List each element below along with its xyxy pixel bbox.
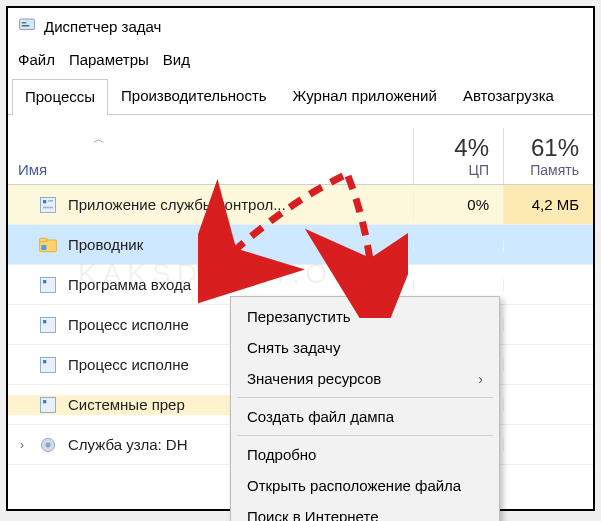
- process-name: Проводник: [68, 236, 143, 253]
- service-icon: [38, 315, 58, 335]
- service-icon: [38, 195, 58, 215]
- header-name[interactable]: ︿ Имя: [8, 155, 413, 184]
- separator: [237, 397, 493, 398]
- header-memory[interactable]: 61% Память: [503, 128, 593, 184]
- cpu-cell: 0%: [413, 190, 503, 219]
- gear-icon: [38, 435, 58, 455]
- svg-rect-0: [20, 19, 35, 30]
- svg-rect-3: [41, 197, 56, 212]
- process-name: Процесс исполне: [68, 356, 189, 373]
- menu-view[interactable]: Вид: [163, 51, 190, 68]
- ctx-resources[interactable]: Значения ресурсов ›: [231, 363, 499, 394]
- process-name: Процесс исполне: [68, 316, 189, 333]
- svg-rect-6: [43, 206, 53, 208]
- tabs: Процессы Производительность Журнал прило…: [8, 78, 593, 115]
- ctx-endtask[interactable]: Снять задачу: [231, 332, 499, 363]
- tab-performance[interactable]: Производительность: [108, 78, 280, 114]
- svg-rect-9: [41, 245, 46, 250]
- task-manager-window: Диспетчер задач Файл Параметры Вид Проце…: [6, 6, 595, 511]
- tab-startup[interactable]: Автозагрузка: [450, 78, 567, 114]
- svg-point-19: [46, 442, 51, 447]
- svg-rect-15: [43, 360, 46, 363]
- menubar: Файл Параметры Вид: [8, 45, 593, 78]
- tab-apphistory[interactable]: Журнал приложений: [280, 78, 450, 114]
- svg-rect-5: [48, 200, 53, 202]
- process-name: Программа входа: [68, 276, 191, 293]
- ctx-dump[interactable]: Создать файл дампа: [231, 401, 499, 432]
- service-icon: [38, 275, 58, 295]
- svg-rect-2: [22, 25, 30, 27]
- svg-rect-17: [43, 400, 46, 403]
- explorer-icon: [38, 235, 58, 255]
- svg-rect-8: [40, 238, 48, 241]
- app-icon: [18, 16, 36, 37]
- svg-rect-1: [22, 22, 27, 24]
- svg-rect-16: [41, 397, 56, 412]
- ctx-search[interactable]: Поиск в Интернете: [231, 501, 499, 521]
- process-name: Приложение службы контрол...: [68, 196, 286, 213]
- svg-rect-10: [41, 277, 56, 292]
- service-icon: [38, 355, 58, 375]
- process-name: Системные прер: [68, 396, 185, 413]
- window-title: Диспетчер задач: [44, 18, 161, 35]
- svg-rect-11: [43, 280, 46, 283]
- ctx-details[interactable]: Подробно: [231, 439, 499, 470]
- titlebar: Диспетчер задач: [8, 8, 593, 45]
- tab-processes[interactable]: Процессы: [12, 79, 108, 115]
- separator: [237, 435, 493, 436]
- header-cpu[interactable]: 4% ЦП: [413, 128, 503, 184]
- sort-caret-icon: ︿: [93, 131, 105, 148]
- chevron-right-icon: ›: [478, 371, 483, 387]
- table-row[interactable]: Приложение службы контрол... 0% 4,2 МБ: [8, 185, 593, 225]
- context-menu: Перезапустить Снять задачу Значения ресу…: [230, 296, 500, 521]
- svg-rect-4: [43, 200, 46, 203]
- ctx-openloc[interactable]: Открыть расположение файла: [231, 470, 499, 501]
- menu-options[interactable]: Параметры: [69, 51, 149, 68]
- menu-file[interactable]: Файл: [18, 51, 55, 68]
- mem-cell: 4,2 МБ: [503, 185, 593, 224]
- table-row[interactable]: Проводник: [8, 225, 593, 265]
- column-headers: ︿ Имя 4% ЦП 61% Память: [8, 115, 593, 185]
- process-name: Служба узла: DH: [68, 436, 188, 453]
- svg-rect-12: [41, 317, 56, 332]
- ctx-restart[interactable]: Перезапустить: [231, 301, 499, 332]
- svg-rect-13: [43, 320, 46, 323]
- svg-rect-14: [41, 357, 56, 372]
- service-icon: [38, 395, 58, 415]
